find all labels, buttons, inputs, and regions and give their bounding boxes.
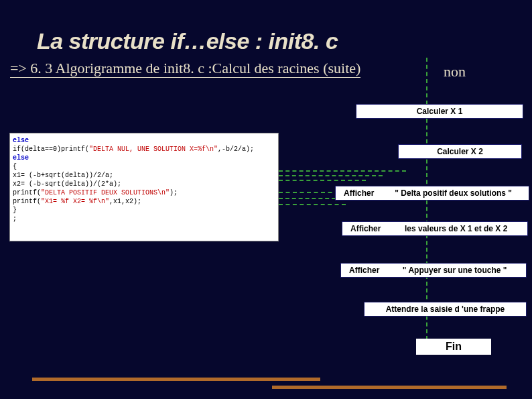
footer-decoration [272, 386, 507, 389]
flow-terminator-fin: Fin [416, 339, 491, 355]
connector-line [426, 58, 427, 105]
display-message: " Delta positif deux solutions " [383, 188, 523, 198]
connector-line [279, 180, 366, 181]
code-kw: else [13, 154, 29, 162]
connector-line [279, 175, 383, 176]
connector-line [279, 170, 406, 172]
slide-title: La structure if…else : init8. c [37, 28, 338, 54]
code-text: x1= (-b+sqrt(delta))/2/a; [13, 171, 275, 180]
footer-decoration [32, 378, 320, 381]
display-message: " Appuyer sur une touche " [389, 266, 521, 275]
code-string: "DELTA NUL, UNE SOLUTION X=%f\n" [89, 146, 218, 153]
flow-step-wait-input: Attendre la saisie d 'une frappe [364, 302, 527, 317]
flow-step-display-delta: Afficher " Delta positif deux solutions … [335, 186, 529, 201]
display-label: Afficher [344, 188, 374, 198]
display-label: Afficher [349, 266, 379, 275]
display-label: Afficher [350, 224, 381, 233]
code-text: ,-b/2/a); [218, 146, 254, 153]
code-text: if(delta==0)printf( [13, 146, 89, 153]
code-text: ); [170, 189, 178, 196]
display-message: les valeurs de X 1 et de X 2 [390, 224, 522, 233]
code-string: "X1= %f X2= %f\n" [41, 198, 109, 205]
code-text: ; [13, 215, 275, 223]
code-text: x2= (-b-sqrt(delta))/(2*a); [13, 180, 275, 188]
code-kw: else [13, 137, 29, 144]
code-text: printf( [13, 189, 41, 196]
code-text: printf( [13, 198, 41, 205]
code-text: { [13, 162, 275, 171]
flow-step-display-values: Afficher les valeurs de X 1 et de X 2 [342, 221, 528, 236]
code-text: } [13, 206, 275, 215]
branch-label-non: non [444, 63, 466, 80]
flow-step-calc-x2: Calculer X 2 [398, 144, 522, 159]
connector-line [279, 198, 342, 199]
flow-step-calc-x1: Calculer X 1 [356, 104, 523, 119]
code-text: ,x1,x2); [109, 198, 141, 205]
code-string: "DELTA POSITIF DEUX SOLUTIONS\n" [41, 189, 170, 196]
connector-line [279, 192, 339, 193]
code-snippet: else if(delta==0)printf("DELTA NUL, UNE … [9, 133, 279, 241]
connector-line [279, 204, 346, 205]
slide-subtitle: => 6. 3 Algorigramme de init8. c :Calcul… [10, 60, 360, 78]
flow-step-display-press: Afficher " Appuyer sur une touche " [340, 263, 527, 278]
